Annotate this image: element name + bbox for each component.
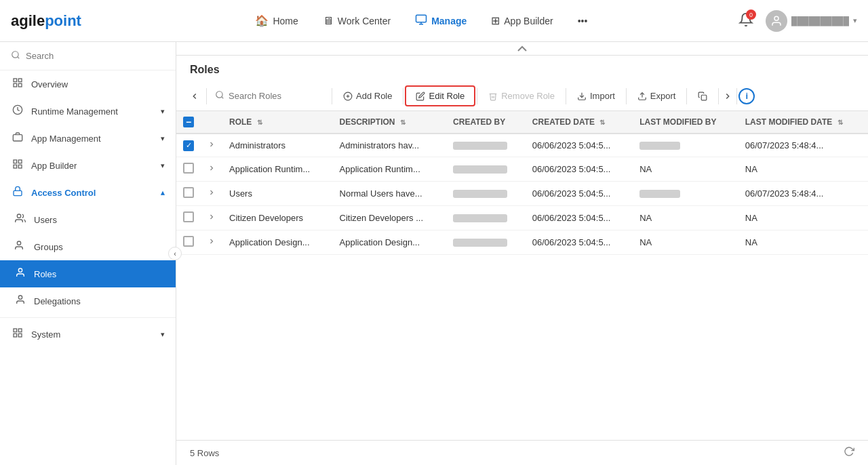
svg-point-18 [18,296,22,299]
row-expand-cell[interactable] [201,134,222,157]
row-checkbox-cell[interactable] [176,157,201,181]
sidebar-item-app-builder[interactable]: App Builder ▾ [0,152,176,179]
sidebar-item-label: Overview [31,79,68,89]
row-checkbox[interactable] [183,236,194,247]
system-icon [11,327,24,341]
back-button[interactable] [184,89,205,104]
sidebar-item-roles[interactable]: Roles [0,260,176,287]
collapse-bar[interactable] [176,42,868,56]
add-role-button[interactable]: Add Role [334,87,401,105]
nav-work-center[interactable]: 🖥 Work Center [313,9,400,33]
row-description: Application Design... [333,230,447,254]
row-created-date: 06/06/2023 5:04:5... [526,134,633,157]
notification-button[interactable]: 0 [734,8,757,33]
sidebar-item-label: App Builder [31,161,77,171]
row-created-date: 06/06/2023 5:04:5... [526,205,633,230]
row-expand-cell[interactable] [201,230,222,254]
sidebar-item-access-control[interactable]: Access Control ▴ [0,179,176,206]
svg-rect-10 [14,160,17,163]
grid2-icon [11,159,24,172]
last-modified-by-column-header: LAST MODIFIED BY [633,111,738,134]
sidebar-item-overview[interactable]: Overview [0,70,176,98]
divider [686,88,687,104]
row-expand-cell[interactable] [201,205,222,230]
sidebar-collapse-button[interactable]: ‹ [168,247,182,260]
sidebar-item-users[interactable]: Users [0,206,176,233]
home-icon: 🏠 [255,14,269,27]
select-all-checkbox[interactable]: − [183,117,194,127]
row-checkbox[interactable] [183,187,194,198]
row-last-modified-by: NA [633,205,738,230]
row-created-by [446,157,526,181]
svg-rect-20 [18,329,22,332]
row-checkbox[interactable] [183,211,194,222]
sort-icon: ⇅ [837,119,843,126]
table-row: Application Design... Application Design… [176,230,868,254]
nav-manage[interactable]: Manage [406,8,476,34]
refresh-button[interactable] [844,446,854,460]
row-last-modified-date: NA [738,157,868,181]
svg-rect-21 [14,333,17,337]
sidebar-item-app-management[interactable]: App Management ▾ [0,125,176,152]
row-checkbox-cell[interactable] [176,181,201,205]
svg-rect-0 [416,15,427,22]
logo[interactable]: agilepoint [11,12,81,30]
divider [403,88,403,104]
row-created-by [446,205,526,230]
remove-role-button[interactable]: Remove Role [479,87,564,105]
search-roles-area[interactable] [208,87,330,104]
row-checkbox-cell[interactable] [176,205,201,230]
divider [626,88,627,104]
search-roles-input[interactable] [229,91,323,101]
table-row: ✓ Administrators Administrators hav... 0… [176,134,868,157]
row-role: Users [222,181,333,205]
svg-rect-4 [14,79,17,82]
row-checkbox[interactable]: ✓ [183,140,194,151]
export-button[interactable]: Export [628,87,686,105]
sidebar-search-area[interactable] [0,42,176,70]
nav-home[interactable]: 🏠 Home [245,9,307,33]
nav-app-builder[interactable]: ⊞ App Builder [481,9,562,33]
sidebar-item-delegations[interactable]: Delegations [0,287,176,315]
svg-rect-22 [18,333,22,337]
import-button[interactable]: Import [568,87,625,105]
lock-icon [11,186,24,199]
svg-line-3 [18,57,20,59]
svg-rect-6 [14,83,17,87]
sidebar-item-label: Groups [34,242,63,252]
search-input[interactable] [26,51,165,61]
sidebar-item-groups[interactable]: Groups [0,233,176,260]
divider [332,88,332,104]
svg-rect-13 [18,165,22,168]
created-date-column-header[interactable]: CREATED DATE ⇅ [526,111,633,134]
created-by-column-header: CREATED BY [446,111,526,134]
copy-button[interactable] [688,87,717,105]
chevron-down-icon: ▾ [853,16,857,25]
last-modified-date-column-header[interactable]: LAST MODIFIED DATE ⇅ [738,111,868,134]
row-role: Citizen Developers [222,205,333,230]
manage-icon [415,14,427,28]
avatar [766,10,787,32]
divider [736,88,737,104]
row-description: Application Runtim... [333,157,447,181]
roles-area: Roles Add Role [176,56,868,465]
sidebar-item-system[interactable]: System ▾ [0,321,176,348]
grid-icon: ⊞ [491,14,500,27]
nav-more[interactable]: ••• [568,10,597,32]
role-column-header[interactable]: ROLE ⇅ [222,111,333,134]
sidebar-item-runtime-management[interactable]: Runtime Management ▾ [0,98,176,125]
nav-forward-button[interactable] [720,89,735,104]
select-all-header[interactable]: − [176,111,201,134]
row-expand-cell[interactable] [201,157,222,181]
divider [718,88,719,104]
sort-icon: ⇅ [257,119,262,126]
sidebar-item-label: Delegations [34,296,81,306]
info-button[interactable]: i [738,88,755,104]
row-checkbox-cell[interactable]: ✓ [176,134,201,157]
user-area[interactable]: ██████████ ▾ [766,10,857,32]
row-expand-cell[interactable] [201,181,222,205]
row-checkbox[interactable] [183,163,194,174]
edit-role-button[interactable]: Edit Role [405,85,475,106]
sidebar-item-label: Runtime Management [31,106,118,117]
description-column-header[interactable]: DESCRIPTION ⇅ [333,111,447,134]
